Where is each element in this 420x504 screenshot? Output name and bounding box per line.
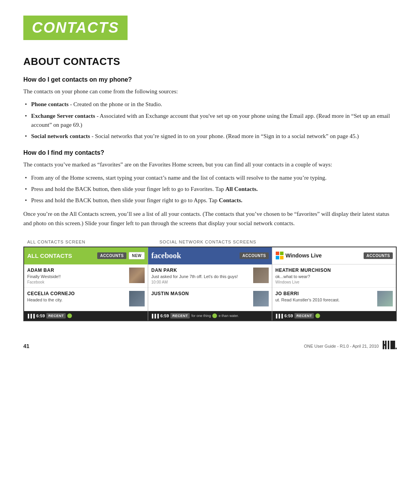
- list-item-social: Social network contacts - Social network…: [23, 132, 397, 141]
- windows-live-title: Windows Live: [285, 252, 322, 259]
- svg-rect-12: [396, 348, 397, 349]
- accounts-button-3[interactable]: ACCOUNTS: [364, 252, 393, 259]
- facebook-title: facebook: [151, 251, 237, 260]
- contact-row-cecelia[interactable]: CECELIA CORNEJO Headed to the city.: [24, 288, 148, 311]
- windows-live-screen: Windows Live ACCOUNTS HEATHER MURCHISON …: [272, 247, 396, 320]
- contact-name-heather: HEATHER MURCHISON: [275, 268, 393, 273]
- svg-rect-3: [280, 256, 284, 259]
- status-pill-1: [67, 313, 72, 318]
- sub-heading-2: How do I find my contacts?: [23, 149, 397, 156]
- contact-status-dan: Just asked for June 7th off. Let's do th…: [151, 274, 251, 279]
- all-contacts-title: ALL CONTACTS: [27, 252, 95, 259]
- svg-rect-2: [276, 256, 279, 259]
- windows-live-header: Windows Live ACCOUNTS: [272, 247, 396, 264]
- status-pill-3: [315, 313, 320, 318]
- phone-screens-container: ALL CONTACTS ACCOUNTS NEW ADAM BAR Final…: [23, 247, 397, 321]
- find-item-2: Press and hold the BACK button, then sli…: [23, 185, 397, 194]
- contact-row-adam[interactable]: ADAM BAR Finally Westside!! Facebook: [24, 264, 148, 288]
- recent-label-1: RECENT: [46, 313, 66, 318]
- closing-paragraph: Once you’re on the All Contacts screen, …: [23, 210, 397, 228]
- facebook-screen: facebook ACCOUNTS DAN PARK Just asked fo…: [148, 247, 272, 320]
- page-footer: 41 ONE User Guide - R1.0 - April 21, 201…: [23, 337, 397, 352]
- signal-icon-3: ▐▐▐: [275, 314, 283, 318]
- find-item-1: From any of the Home screens, start typi…: [23, 173, 397, 182]
- sources-list: Phone contacts - Created on the phone or…: [23, 100, 397, 141]
- page-number: 41: [23, 343, 30, 349]
- contact-status-cecelia: Headed to the city.: [27, 297, 127, 303]
- all-contacts-screen: ALL CONTACTS ACCOUNTS NEW ADAM BAR Final…: [24, 247, 148, 320]
- contact-info-jo: JO BERRI ut. Read Kunstler's 2010 foreca…: [275, 291, 375, 303]
- recent-label-3: RECENT: [294, 313, 314, 318]
- contact-info-cecelia: CECELIA CORNEJO Headed to the city.: [27, 291, 127, 303]
- contact-info-heather: HEATHER MURCHISON ok...what to wear? Win…: [275, 268, 393, 284]
- time-1: 6:59: [36, 313, 45, 318]
- contact-time-dan: 10:00 AM: [151, 280, 251, 284]
- header-title: CONTACTS: [32, 19, 119, 36]
- find-item-3: Press and hold the BACK button, then sli…: [23, 196, 397, 205]
- header-badge: CONTACTS: [23, 16, 128, 40]
- contact-name-adam: ADAM BAR: [27, 268, 127, 273]
- time-2: 6:59: [160, 313, 169, 318]
- screenshot-labels: ALL CONTACTS SCREEN SOCIAL NETWORK CONTA…: [23, 240, 397, 244]
- news-text: for one thing: [191, 314, 211, 318]
- svg-rect-7: [388, 341, 389, 349]
- all-contacts-header: ALL CONTACTS ACCOUNTS NEW: [24, 247, 148, 264]
- svg-rect-6: [385, 341, 387, 349]
- contact-avatar-adam: [129, 268, 145, 283]
- contact-row-dan[interactable]: DAN PARK Just asked for June 7th off. Le…: [148, 264, 272, 288]
- list-item-phone: Phone contacts - Created on the phone or…: [23, 100, 397, 109]
- signal-icon-1: ▐▐▐: [26, 314, 35, 318]
- label-social-networks: SOCIAL NETWORK CONTACTS SCREENS: [156, 240, 397, 244]
- contact-status-heather: ok...what to wear?: [275, 274, 393, 279]
- contact-row-heather[interactable]: HEATHER MURCHISON ok...what to wear? Win…: [272, 264, 396, 288]
- contact-status-jo: ut. Read Kunstler's 2010 forecast.: [275, 297, 375, 303]
- screenshot-section: ALL CONTACTS SCREEN SOCIAL NETWORK CONTA…: [23, 240, 397, 321]
- contact-name-dan: DAN PARK: [151, 268, 251, 273]
- contact-name-justin: JUSTIN MASON: [151, 291, 251, 296]
- news-text-2: e than water.: [219, 314, 239, 318]
- find-list: From any of the Home screens, start typi…: [23, 173, 397, 205]
- recent-label-2: RECENT: [170, 313, 190, 318]
- guide-text: ONE User Guide - R1.0 - April 21, 2010: [304, 344, 379, 348]
- label-all-contacts: ALL CONTACTS SCREEN: [23, 240, 156, 244]
- contact-name-cecelia: CECELIA CORNEJO: [27, 291, 127, 296]
- contact-status-adam: Finally Westside!!: [27, 274, 127, 279]
- contact-row-justin[interactable]: JUSTIN MASON: [148, 288, 272, 311]
- list-item-exchange: Exchange Server contacts - Associated wi…: [23, 112, 397, 130]
- status-pill-2: [212, 313, 217, 318]
- accounts-button-1[interactable]: ACCOUNTS: [97, 252, 126, 259]
- contact-avatar-dan: [253, 268, 269, 283]
- contact-avatar-cecelia: [129, 291, 145, 306]
- signal-icon-2: ▐▐▐: [150, 314, 159, 318]
- status-bar-2: ▐▐▐ 6:59 RECENT for one thing e than wat…: [148, 311, 272, 320]
- new-button[interactable]: NEW: [129, 252, 145, 259]
- section-title: ABOUT CONTACTS: [23, 56, 397, 68]
- windows-live-icon: [275, 251, 284, 260]
- windows-live-logo: Windows Live: [275, 251, 361, 260]
- contact-row-jo[interactable]: JO BERRI ut. Read Kunstler's 2010 foreca…: [272, 288, 396, 311]
- time-3: 6:59: [284, 313, 293, 318]
- hin-logo: [383, 341, 397, 352]
- contact-info-justin: JUSTIN MASON: [151, 291, 251, 296]
- svg-rect-0: [276, 252, 279, 255]
- status-bar-3: ▐▐▐ 6:59 RECENT: [272, 311, 396, 320]
- contact-info-dan: DAN PARK Just asked for June 7th off. Le…: [151, 268, 251, 284]
- contact-info-adam: ADAM BAR Finally Westside!! Facebook: [27, 268, 127, 284]
- contact-name-jo: JO BERRI: [275, 291, 375, 296]
- sub-heading-1: How do I get contacts on my phone?: [23, 76, 397, 83]
- intro-paragraph: The contacts on your phone can come from…: [23, 87, 397, 96]
- contact-source-adam: Facebook: [27, 280, 127, 284]
- accounts-button-2[interactable]: ACCOUNTS: [240, 252, 269, 259]
- facebook-header: facebook ACCOUNTS: [148, 247, 272, 264]
- contact-avatar-jo: [377, 291, 393, 306]
- contact-avatar-justin: [253, 291, 269, 306]
- status-bar-1: ▐▐▐ 6:59 RECENT: [24, 311, 148, 320]
- contact-source-heather: Windows Live: [275, 280, 393, 284]
- svg-rect-11: [394, 341, 395, 349]
- svg-rect-1: [280, 252, 284, 255]
- footer-info: ONE User Guide - R1.0 - April 21, 2010: [304, 341, 397, 352]
- find-intro-paragraph: The contacts you’ve marked as “favorites…: [23, 160, 397, 169]
